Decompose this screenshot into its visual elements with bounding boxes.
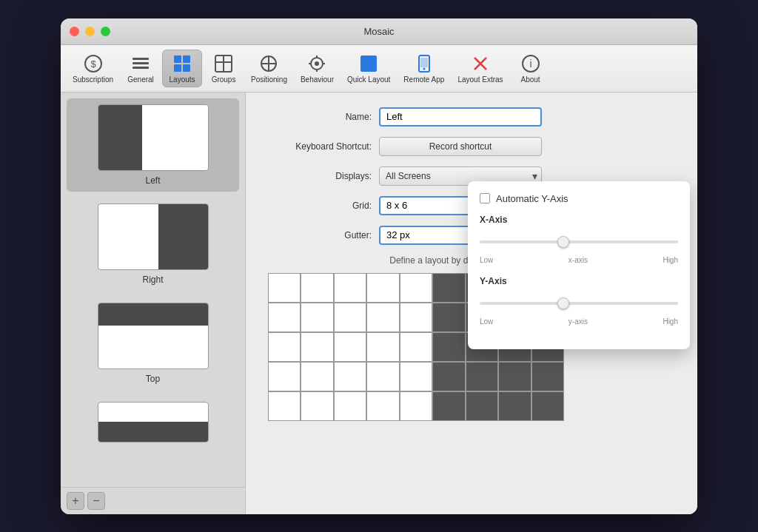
main-window: Mosaic $ Subscription General Layouts Gr: [61, 18, 697, 514]
quick-layout-icon: [358, 53, 379, 74]
grid-cell[interactable]: [366, 332, 399, 362]
grid-cell[interactable]: [301, 303, 333, 332]
grid-cell[interactable]: [466, 391, 498, 421]
svg-rect-3: [133, 62, 149, 64]
grid-cell[interactable]: [531, 362, 564, 391]
grid-cell[interactable]: [301, 273, 333, 303]
y-axis-labels: Low y-axis High: [480, 317, 678, 326]
grid-cell[interactable]: [301, 332, 333, 362]
toolbar: $ Subscription General Layouts Groups: [61, 45, 697, 92]
toolbar-label-groups: Groups: [212, 75, 236, 84]
grid-cell[interactable]: [334, 273, 366, 303]
svg-rect-21: [360, 55, 377, 72]
grid-cell[interactable]: [531, 391, 564, 421]
grid-cell[interactable]: [366, 273, 399, 303]
grid-cell[interactable]: [432, 391, 465, 421]
layout-item-bottom[interactable]: [67, 396, 239, 453]
axis-popup: Automatic Y-Axis X-Axis Low x-axis High: [468, 181, 690, 349]
svg-rect-8: [183, 64, 190, 72]
grid-cell[interactable]: [466, 362, 498, 391]
x-axis-track: [480, 240, 678, 243]
grid-cell[interactable]: [334, 362, 366, 391]
popup-title-row: Automatic Y-Axis: [480, 193, 678, 204]
grid-cell[interactable]: [334, 391, 366, 421]
grid-cell[interactable]: [268, 303, 301, 332]
grid-cell[interactable]: [432, 273, 465, 303]
x-axis-title: X-Axis: [480, 215, 678, 225]
svg-rect-2: [133, 58, 149, 60]
grid-cell[interactable]: [400, 391, 432, 421]
layout-name-top: Top: [146, 374, 160, 384]
svg-rect-23: [420, 58, 428, 67]
about-icon: i: [520, 53, 541, 74]
automatic-y-axis-label: Automatic Y-Axis: [496, 193, 568, 204]
remove-layout-button[interactable]: −: [87, 492, 105, 510]
grid-cell[interactable]: [366, 391, 399, 421]
toolbar-item-layouts[interactable]: Layouts: [162, 50, 202, 87]
grid-cell[interactable]: [268, 362, 301, 391]
name-label: Name:: [268, 112, 372, 122]
svg-rect-7: [174, 64, 181, 72]
y-axis-thumb[interactable]: [557, 297, 569, 309]
displays-label: Displays:: [268, 171, 372, 181]
grid-cell[interactable]: [498, 362, 531, 391]
maximize-button[interactable]: [101, 27, 110, 36]
grid-cell[interactable]: [334, 332, 366, 362]
grid-cell[interactable]: [498, 391, 531, 421]
y-axis-title: Y-Axis: [480, 276, 678, 286]
layout-item-top[interactable]: Top: [67, 297, 239, 390]
grid-cell[interactable]: [268, 391, 301, 421]
grid-cell[interactable]: [334, 303, 366, 332]
layout-item-right[interactable]: Right: [67, 198, 239, 291]
grid-cell[interactable]: [400, 303, 432, 332]
svg-point-24: [423, 67, 425, 70]
toolbar-item-behaviour[interactable]: Behaviour: [295, 50, 340, 87]
layout-preview-top: [98, 303, 209, 369]
grid-cell[interactable]: [400, 362, 432, 391]
toolbar-item-remote-app[interactable]: Remote App: [398, 50, 450, 87]
window-controls: [70, 27, 110, 36]
grid-cell[interactable]: [366, 362, 399, 391]
toolbar-item-positioning[interactable]: Positioning: [245, 50, 293, 87]
toolbar-label-about: About: [520, 75, 540, 84]
close-button[interactable]: [70, 27, 79, 36]
grid-cell[interactable]: [268, 332, 301, 362]
toolbar-item-quick-layout[interactable]: Quick Layout: [341, 50, 396, 87]
subscription-icon: $: [83, 53, 104, 74]
svg-text:$: $: [90, 58, 96, 70]
svg-rect-11: [223, 55, 224, 72]
grid-cell[interactable]: [400, 273, 432, 303]
y-axis-low-label: Low: [480, 317, 493, 326]
toolbar-item-general[interactable]: General: [121, 50, 161, 87]
add-layout-button[interactable]: +: [67, 492, 84, 510]
x-axis-slider-wrapper: [480, 231, 678, 253]
toolbar-label-subscription: Subscription: [73, 75, 113, 84]
layout-extras-icon: [470, 53, 491, 74]
grid-cell[interactable]: [268, 273, 301, 303]
grid-cell[interactable]: [301, 362, 333, 391]
grid-cell[interactable]: [366, 303, 399, 332]
toolbar-item-layout-extras[interactable]: Layout Extras: [452, 50, 509, 87]
general-icon: [130, 53, 151, 74]
layout-item-left[interactable]: Left: [67, 98, 239, 192]
x-axis-center-label: x-axis: [568, 256, 588, 264]
grid-cell[interactable]: [400, 332, 432, 362]
toolbar-item-groups[interactable]: Groups: [204, 50, 244, 87]
grid-cell[interactable]: [432, 362, 465, 391]
x-axis-thumb[interactable]: [557, 236, 569, 248]
toolbar-label-behaviour: Behaviour: [301, 75, 334, 84]
grid-cell[interactable]: [301, 391, 333, 421]
record-shortcut-button[interactable]: Record shortcut: [379, 137, 542, 156]
toolbar-item-subscription[interactable]: $ Subscription: [67, 50, 119, 87]
detail-panel: Name: Keyboard Shortcut: Record shortcut…: [246, 92, 697, 514]
grid-cell[interactable]: [432, 303, 465, 332]
grid-cell[interactable]: [432, 332, 465, 362]
remote-app-icon: [414, 53, 435, 74]
automatic-y-axis-checkbox[interactable]: [480, 193, 490, 203]
x-axis-section: X-Axis Low x-axis High: [480, 215, 678, 264]
name-row: Name:: [268, 107, 675, 127]
toolbar-item-about[interactable]: i About: [511, 50, 551, 87]
name-input[interactable]: [379, 107, 542, 127]
minimize-button[interactable]: [85, 27, 95, 36]
y-axis-slider-wrapper: [480, 292, 678, 314]
